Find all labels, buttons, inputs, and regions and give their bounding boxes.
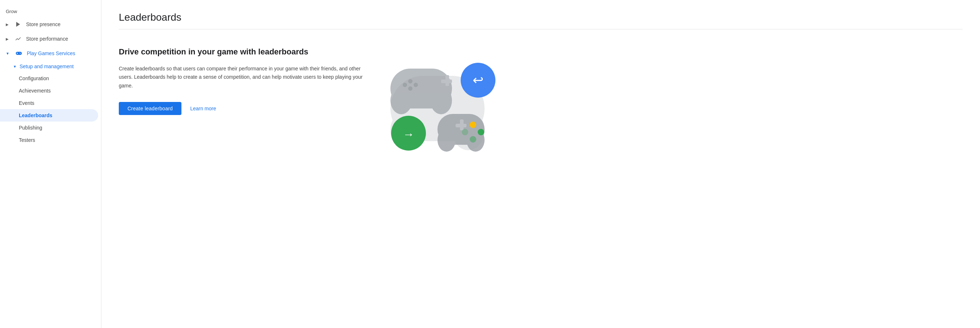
- svg-point-11: [430, 87, 452, 114]
- svg-point-15: [414, 83, 418, 87]
- chevron-right-icon: ▶: [6, 22, 9, 27]
- sidebar-item-configuration[interactable]: Configuration: [0, 72, 98, 85]
- svg-point-12: [403, 83, 407, 87]
- svg-marker-0: [16, 22, 20, 27]
- illustration: ↩ →: [380, 47, 495, 170]
- sub-item-label: Testers: [19, 137, 35, 143]
- create-leaderboard-button[interactable]: Create leaderboard: [119, 102, 181, 115]
- action-row: Create leaderboard Learn more: [119, 102, 365, 115]
- svg-point-21: [438, 128, 456, 152]
- section-heading: Drive competition in your game with lead…: [119, 47, 365, 57]
- sub-section-setup-management: ▼ Setup and management Configuration Ach…: [0, 61, 101, 146]
- svg-text:↩: ↩: [473, 72, 484, 88]
- svg-point-13: [408, 79, 412, 83]
- sidebar-item-publishing[interactable]: Publishing: [0, 122, 98, 134]
- sidebar-item-label: Store presence: [26, 21, 60, 27]
- grow-label: Grow: [0, 6, 101, 17]
- main-content: Leaderboards Drive competition in your g…: [102, 0, 980, 328]
- svg-rect-3: [17, 53, 18, 54]
- page-title: Leaderboards: [119, 11, 963, 23]
- content-area: Drive competition in your game with lead…: [119, 47, 963, 170]
- svg-point-14: [408, 86, 412, 91]
- text-section: Drive competition in your game with lead…: [119, 47, 365, 115]
- svg-point-4: [19, 53, 20, 53]
- chevron-right-icon: ▶: [6, 37, 9, 41]
- sub-item-label: Leaderboards: [19, 112, 52, 118]
- sidebar-item-store-performance[interactable]: ▶ Store performance: [0, 32, 98, 46]
- trending-up-icon: [14, 35, 22, 42]
- svg-point-10: [390, 87, 412, 114]
- divider: [119, 29, 963, 29]
- sidebar-item-label: Play Games Services: [27, 50, 75, 56]
- sidebar-item-testers[interactable]: Testers: [0, 134, 98, 146]
- svg-point-27: [470, 122, 476, 128]
- svg-rect-26: [456, 124, 466, 127]
- sidebar-item-play-games-services[interactable]: ▼ Play Games Services: [0, 46, 98, 61]
- sub-item-label: Publishing: [19, 125, 42, 131]
- section-body: Create leaderboards so that users can co…: [119, 65, 365, 90]
- svg-point-28: [478, 129, 484, 135]
- sidebar-item-store-presence[interactable]: ▶ Store presence: [0, 17, 98, 32]
- sub-item-label: Events: [19, 100, 34, 106]
- sub-section-label[interactable]: Setup and management: [19, 64, 73, 69]
- sidebar-item-label: Store performance: [26, 36, 68, 42]
- sidebar-item-events[interactable]: Events: [0, 97, 98, 109]
- sidebar: Grow ▶ Store presence ▶ Store performanc…: [0, 0, 102, 328]
- svg-point-29: [470, 136, 476, 142]
- play-icon: [14, 21, 22, 28]
- sidebar-item-achievements[interactable]: Achievements: [0, 85, 98, 97]
- svg-rect-24: [441, 80, 452, 83]
- svg-point-30: [462, 129, 468, 135]
- chevron-down-icon: ▼: [6, 51, 10, 56]
- svg-text:→: →: [403, 128, 414, 141]
- gamepad-icon: [15, 50, 22, 57]
- sub-item-label: Achievements: [19, 88, 51, 94]
- sub-item-label: Configuration: [19, 75, 49, 81]
- learn-more-link[interactable]: Learn more: [190, 102, 216, 115]
- sidebar-item-leaderboards[interactable]: Leaderboards: [0, 109, 98, 122]
- svg-point-5: [20, 53, 21, 54]
